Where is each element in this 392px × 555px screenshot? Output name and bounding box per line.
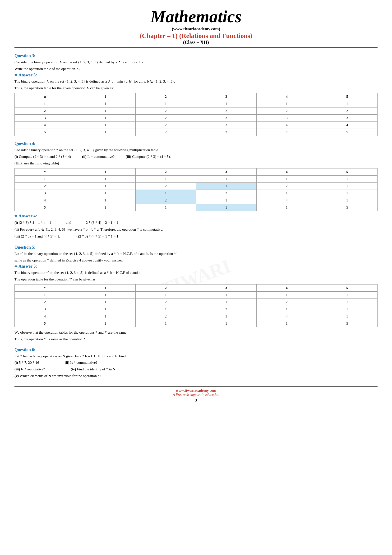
- table-row: 1 1 1 1 1 1: [15, 100, 378, 108]
- answer4-iii: (iii) (2 * 3) = 1 and (4 * 5) = 1, ∴ (2 …: [14, 233, 378, 239]
- table-q4-header-2: 2: [136, 168, 196, 175]
- operation-table-q3: ∧ 1 2 3 4 5 1 1 1 1 1 1: [14, 93, 378, 136]
- part-ii-label: (ii): [82, 154, 86, 159]
- table-q5-header-4: 4: [257, 284, 317, 291]
- answer3-body1: The binary operation ∧ on the set {1, 2,…: [14, 79, 378, 84]
- table-q3: ∧ 1 2 3 4 5 1 1 1 1 1 1: [14, 93, 378, 136]
- q6-part-v-text: Which elements of N are invertible for t…: [20, 374, 101, 378]
- part-iii-label: (iii): [126, 154, 131, 159]
- table-q4-header-0: *: [15, 168, 75, 175]
- table-q4-header-5: 5: [317, 168, 378, 175]
- table-q3-header-3: 3: [196, 93, 257, 100]
- part-i-label: (i): [14, 154, 18, 159]
- table-row: 3 1 2 3 3 3: [15, 115, 378, 122]
- table-q3-header-1: 1: [75, 93, 136, 100]
- pencil-icon-3: ✏: [14, 73, 18, 77]
- table-q3-header-2: 2: [136, 93, 196, 100]
- row-header: 3: [15, 115, 75, 122]
- answer3-body2: Thus, the operation table for the given …: [14, 85, 378, 91]
- table-row: 1 1 1 1 1 1: [15, 291, 378, 299]
- q6-part-iv-label: (iv): [71, 367, 76, 371]
- header-chapter: (Chapter – 1) (Relations and Functions): [14, 32, 378, 40]
- question4-body1: Consider a binary operation * on the set…: [14, 147, 378, 153]
- footer-page-number: 3: [14, 398, 378, 402]
- answer5-body3: We observe that the operation tables for…: [14, 329, 378, 336]
- table-q4-header-4: 4: [257, 168, 317, 175]
- answer4-i-and: and: [66, 220, 71, 225]
- table-q5-header-3: 3: [196, 284, 257, 291]
- answer3-label: ✏ Answer 3:: [14, 73, 378, 78]
- operation-table-q4: * 1 2 3 4 5 1 1 1 1 1 1: [14, 168, 378, 211]
- q6-part-i-label: (i): [14, 360, 18, 365]
- q6-part-ii-label: (ii): [65, 360, 69, 365]
- table-q3-header-5: 5: [317, 93, 378, 100]
- table-row: 3 1 1 3 1 1: [15, 190, 378, 197]
- answer4-iii-left: (iii) (2 * 3) = 1 and (4 * 5) = 1,: [14, 234, 60, 238]
- table-row: 2 1 2 1 2 1: [15, 183, 378, 190]
- question5-body1: Let *′ be the binary operation on the se…: [14, 251, 378, 257]
- part-i-text: Compute (2 * 3) * 4 and 2 * (3 * 4): [19, 154, 71, 159]
- table-row: 5 1 1 1 1 5: [15, 320, 378, 327]
- row-header: 5: [15, 129, 75, 136]
- q6-part-i-text: 5 * 7, 20 * 16: [19, 360, 39, 365]
- question4-label: Question 4:: [14, 141, 378, 146]
- page-title: Mathematics: [14, 7, 378, 26]
- answer4-label: ✏ Answer 4:: [14, 213, 378, 219]
- q6-part-iii-label: (iii): [14, 367, 20, 371]
- answer4-i-text: (2 * 3) * 4 = 1 * 4 = 1: [19, 220, 51, 225]
- row-header: 5: [15, 204, 75, 211]
- table-row: 3 1 1 3 1 1: [15, 306, 378, 313]
- row-header: 4: [15, 313, 75, 320]
- table-row: 4 1 2 1 4 1: [15, 313, 378, 320]
- question6-parts2: (iii) Is * associative? (iv) Find the id…: [14, 366, 378, 372]
- answer4-i-label: (i): [14, 220, 18, 225]
- question6-parts: (i) 5 * 7, 20 * 16 (ii) Is * commutative…: [14, 360, 378, 366]
- question6-body1: Let * be the binary operation on N given…: [14, 353, 378, 359]
- answer5-body1: The binary operation *′ on the set {1, 2…: [14, 270, 378, 276]
- table-row: 5 1 1 1 1 5: [15, 204, 378, 211]
- q6-part-iv-text: Find the identity of * in N: [77, 367, 115, 371]
- pencil-icon-4: ✏: [14, 214, 18, 218]
- table-row: 2 1 2 1 2 1: [15, 299, 378, 306]
- operation-table-q5: *′ 1 2 3 4 5 1 1 1 1 1 1: [14, 284, 378, 327]
- question4-parts: (i) Compute (2 * 3) * 4 and 2 * (3 * 4) …: [14, 154, 378, 160]
- row-header: 1: [15, 100, 75, 108]
- row-header: 4: [15, 122, 75, 129]
- header-class: (Class – XII): [14, 40, 378, 45]
- answer4-iii-right: ∴ (2 * 3) * (4 * 5) = 1 * 1 = 1: [75, 234, 118, 238]
- table-q5-header-2: 2: [136, 284, 196, 291]
- answer5-body2: The operation table for the operation *′…: [14, 277, 378, 282]
- question4-hint: (Hint: use the following table): [14, 161, 378, 166]
- question6-part-v: (v) Which elements of N are invertible f…: [14, 373, 378, 379]
- table-q4: * 1 2 3 4 5 1 1 1 1 1 1: [14, 168, 378, 211]
- row-header: 1: [15, 291, 75, 299]
- table-row: 4 1 2 1 4 1: [15, 197, 378, 204]
- table-row: 5 1 2 3 4 5: [15, 129, 378, 136]
- answer5-body4: Thus, the operation *′ is same as the op…: [14, 336, 378, 342]
- question6-label: Question 6:: [14, 347, 378, 352]
- part-ii-text: Is * commutative?: [87, 154, 115, 159]
- table-q5: *′ 1 2 3 4 5 1 1 1 1 1 1: [14, 284, 378, 327]
- row-header: 4: [15, 197, 75, 204]
- answer4-ii: (ii) For every a, b ∈ {1, 2, 3, 4, 5}, w…: [14, 226, 378, 233]
- table-row: 4 1 2 3 4 4: [15, 122, 378, 129]
- q6-part-v-label: (v): [14, 374, 19, 378]
- row-header: 1: [15, 175, 75, 183]
- table-row: 1 1 1 1 1 1: [15, 175, 378, 183]
- header-website: (www.tiwariacademy.com): [14, 27, 378, 32]
- table-q4-header-3: 3: [196, 168, 257, 175]
- answer4-i-right: 2 * (3 * 4) = 2 * 1 = 1: [86, 220, 118, 225]
- question3-label: Question 3:: [14, 53, 378, 58]
- q6-part-ii-text: Is * commutative?: [70, 360, 98, 365]
- footer-tagline: A Free web support in education: [14, 393, 378, 397]
- footer-website: www.tiwariacademy.com: [14, 388, 378, 393]
- row-header: 2: [15, 183, 75, 190]
- row-header: 5: [15, 320, 75, 327]
- table-q5-header-1: 1: [75, 284, 136, 291]
- question5-label: Question 5:: [14, 245, 378, 250]
- table-q5-header-5: 5: [317, 284, 378, 291]
- page-header: Mathematics (www.tiwariacademy.com) (Cha…: [14, 7, 378, 48]
- table-q4-header-1: 1: [75, 168, 136, 175]
- question3-body1: Consider the binary operation ∧ on the s…: [14, 59, 378, 65]
- part-iii-text: Compute (2 * 3) * (4 * 5).: [132, 154, 171, 159]
